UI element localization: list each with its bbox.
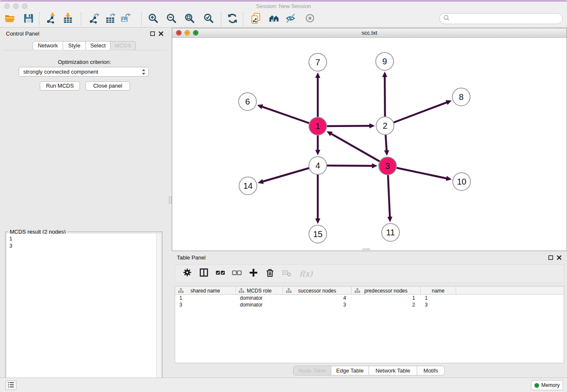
refresh-layout-button[interactable] — [224, 11, 240, 27]
show-all-icon — [305, 13, 316, 25]
open-file-button[interactable] — [2, 11, 18, 27]
delete-row-button[interactable] — [264, 267, 276, 280]
edge-2-8[interactable] — [385, 100, 452, 126]
search-input[interactable] — [452, 14, 562, 23]
node-1[interactable]: 1 — [308, 117, 327, 135]
delete-column-button — [280, 267, 293, 280]
node-3[interactable]: 3 — [378, 157, 397, 175]
float-table-panel-icon[interactable] — [548, 254, 553, 260]
float-panel-icon[interactable] — [149, 30, 155, 36]
import-network-button[interactable] — [43, 11, 59, 27]
window-title: Session: New Session — [0, 2, 567, 11]
node-6[interactable]: 6 — [238, 92, 257, 111]
splitter-handle-vertical[interactable] — [169, 196, 172, 204]
table-cell[interactable]: 1 — [352, 295, 421, 301]
table-cell[interactable]: 4 — [283, 295, 352, 301]
table-cell[interactable]: dominator — [236, 301, 283, 308]
network-canvas[interactable]: 7968124314101511 — [172, 38, 567, 251]
export-table-icon — [105, 13, 116, 25]
edge-3-10[interactable] — [388, 166, 452, 181]
close-panel-button[interactable]: Close panel — [85, 81, 130, 91]
tab-motifs[interactable]: Motifs — [417, 366, 445, 375]
table-row[interactable]: 1dominator411 — [175, 295, 564, 301]
zoom-in-button[interactable] — [145, 11, 161, 27]
column-header-shared-name[interactable]: shared name — [175, 287, 236, 295]
control-panel-tabs: NetworkStyleSelectMCDS — [33, 41, 136, 50]
column-header-predecessor-nodes[interactable]: predecessor nodes — [352, 287, 421, 295]
node-11[interactable]: 11 — [381, 223, 400, 242]
first-neighbors-button[interactable] — [266, 11, 282, 27]
show-all-button[interactable] — [302, 11, 318, 27]
titlebar: Session: New Session — [0, 2, 567, 11]
memory-button[interactable]: Memory — [531, 380, 563, 390]
main-toolbar — [0, 11, 567, 28]
edge-3-1[interactable] — [327, 131, 388, 166]
table-cell[interactable]: 1 — [175, 295, 236, 301]
tab-network[interactable]: Network — [33, 41, 63, 50]
run-mcds-button[interactable]: Run MCDS — [40, 81, 80, 91]
clone-network-button[interactable] — [248, 11, 264, 27]
tab-node-table[interactable]: Node Table — [293, 366, 331, 375]
add-column-button[interactable] — [247, 267, 260, 280]
table-cell[interactable]: 3 — [421, 301, 456, 308]
import-table-button[interactable] — [60, 11, 76, 27]
node-7[interactable]: 7 — [308, 53, 327, 72]
node-4[interactable]: 4 — [308, 156, 327, 175]
clone-network-icon — [250, 13, 261, 25]
splitter-handle-horizontal[interactable] — [363, 248, 370, 251]
import-table-icon — [62, 13, 74, 25]
zoom-selected-button[interactable] — [201, 11, 217, 27]
delete-column-icon — [281, 268, 292, 279]
mcds-result-text[interactable]: 13 — [7, 234, 161, 392]
toolbar-separator — [221, 12, 221, 26]
function-builder-button: f(x) — [297, 267, 315, 280]
table-cell[interactable]: 3 — [283, 301, 352, 308]
tab-mcds[interactable]: MCDS — [110, 41, 136, 50]
hide-selection-icon — [285, 13, 297, 25]
table-cell[interactable]: dominator — [236, 295, 283, 301]
node-14[interactable]: 14 — [239, 177, 257, 195]
node-8[interactable]: 8 — [452, 88, 471, 106]
tab-network-table[interactable]: Network Table — [369, 366, 417, 375]
table-settings-button[interactable] — [181, 267, 194, 280]
column-label: successor nodes — [298, 288, 336, 294]
tab-select[interactable]: Select — [86, 41, 110, 50]
show-panels-menu-button[interactable] — [6, 381, 17, 390]
table-cell[interactable]: 3 — [175, 301, 236, 308]
column-header-successor-nodes[interactable]: successor nodes — [283, 287, 352, 295]
tab-style[interactable]: Style — [63, 41, 86, 50]
column-header-mcds-role[interactable]: MCDS role — [236, 287, 283, 295]
tab-edge-table[interactable]: Edge Table — [331, 366, 369, 375]
select-all-rows-button[interactable] — [214, 267, 227, 280]
close-table-panel-icon[interactable] — [556, 254, 562, 260]
search-icon — [443, 14, 450, 23]
column-header-name[interactable]: name — [421, 287, 456, 295]
save-session-button[interactable] — [20, 11, 36, 27]
export-network-button[interactable] — [86, 11, 102, 27]
mcds-result-scrollbar[interactable] — [156, 234, 161, 392]
zoom-fit-button[interactable] — [182, 11, 198, 27]
table-tabs: Node TableEdge TableNetwork TableMotifs — [293, 366, 445, 375]
function-builder-icon: f(x) — [300, 269, 313, 278]
deselect-all-rows-button[interactable] — [231, 267, 243, 280]
criterion-select[interactable]: strongly connected component — [19, 67, 149, 77]
export-table-button[interactable] — [102, 11, 118, 27]
node-2[interactable]: 2 — [376, 116, 394, 135]
hide-selection-button[interactable] — [283, 11, 299, 27]
table-cell[interactable]: 2 — [352, 301, 421, 308]
table-cell[interactable]: 1 — [421, 295, 456, 301]
close-panel-icon[interactable] — [158, 30, 164, 36]
table-panel-header: Table Panel — [172, 252, 567, 263]
mcds-result-box: MCDS result (2 nodes) 13 — [5, 232, 162, 392]
search-box[interactable] — [439, 13, 563, 24]
column-label: shared name — [190, 288, 220, 294]
export-image-button[interactable] — [117, 11, 133, 27]
node-10[interactable]: 10 — [452, 172, 471, 191]
network-window-titlebar[interactable]: ×−+ scc.txt — [172, 28, 567, 38]
zoom-out-button[interactable] — [163, 11, 179, 27]
node-15[interactable]: 15 — [308, 225, 327, 243]
toggle-columns-button[interactable] — [198, 267, 210, 280]
node-9[interactable]: 9 — [375, 52, 394, 71]
column-type-icon — [355, 288, 360, 294]
table-row[interactable]: 3dominator323 — [175, 301, 564, 308]
